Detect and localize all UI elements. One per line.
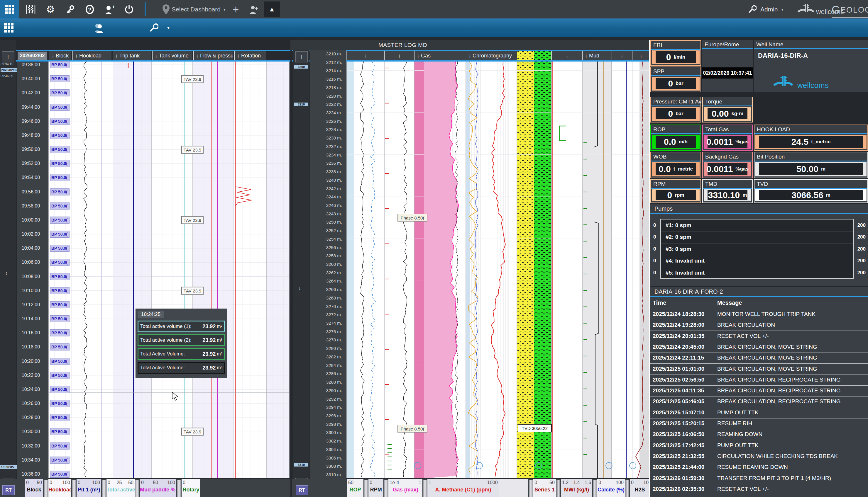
tank-volume-tooltip: 10:24:25 Total active volume (1):23.92m³… <box>136 309 227 378</box>
realtime-button[interactable]: RT <box>296 485 308 495</box>
power-button[interactable] <box>122 0 137 18</box>
settings-button[interactable]: ⚙ <box>43 0 58 18</box>
gauge-unit: m <box>821 166 825 172</box>
legend-item-mwi-kg-l-[interactable]: 1.21.41.6MWI (kg/l) <box>561 479 592 497</box>
add-user-button[interactable] <box>246 0 261 18</box>
track-header-flow-pressure[interactable]: ↓ Flow & pressure <box>193 51 233 60</box>
gauge-value-box: 3066.56m <box>755 189 867 201</box>
col-message[interactable]: Message <box>717 299 742 306</box>
track-header-col7[interactable]: ↓ <box>632 51 650 60</box>
pumps-list: 0#1: 0 spm2000#2: 0 spm2000#3: 0 spm2000… <box>650 219 868 279</box>
depth-chip-3210: 3210 <box>294 102 308 106</box>
track-header-col1[interactable]: ↓ <box>384 51 414 60</box>
help-button[interactable]: ? <box>82 0 97 18</box>
column-resize-handle[interactable] <box>177 480 181 497</box>
gauge-value-box: 24.5t_metric <box>755 135 867 149</box>
message-row: 2025/12/24 19:28:00BREAK CIRCULATION <box>650 320 868 331</box>
depth-label: 3262 m. <box>326 270 342 275</box>
legend-item-calcite-[interactable]: 0100Calcite (%) <box>597 479 625 497</box>
time-log-section: ↑ 09:34:15 2026/02/02 09:36:05 ↕ 10:36:0… <box>0 40 290 497</box>
depth-log-scrollbar[interactable]: ↑ 3200 3210 ↕ 3310 ↓ <box>293 50 309 497</box>
column-resize-handle[interactable] <box>102 480 106 497</box>
log-tracks-button[interactable] <box>23 0 38 18</box>
col-time[interactable]: Time <box>653 299 666 306</box>
column-resize-handle[interactable] <box>384 480 388 497</box>
realtime-button[interactable]: RT <box>2 485 15 495</box>
time-label: 10:20:00 <box>17 359 45 364</box>
column-resize-handle[interactable] <box>364 480 368 497</box>
track-header-trip-tank[interactable]: ↓ Trip tank <box>113 51 151 60</box>
track-header-chromatography[interactable]: ↓ Chromatography <box>466 51 517 60</box>
legend-tick: 1000 <box>487 480 498 487</box>
depth-label: 3266 m. <box>326 287 342 292</box>
legend-item-gas-max-[interactable]: 1e-41Gas (max) <box>388 479 423 497</box>
column-resize-handle[interactable] <box>593 480 597 497</box>
block-badge: BP 50.0( <box>50 273 70 280</box>
messages-list[interactable]: 2025/12/24 18:28:30MONITOR WELL TROUGH T… <box>650 309 868 497</box>
depth-label: 3274 m. <box>326 321 342 326</box>
legend-item-total-active[interactable]: 02550Total active <box>107 479 135 497</box>
users-presence-button[interactable] <box>92 18 107 37</box>
gauge-label: TMD <box>705 181 717 187</box>
access-button[interactable] <box>63 0 78 18</box>
legend-item-hookload[interactable]: 0100Hookload <box>49 479 71 497</box>
track-header-gas[interactable]: ↓ Gas <box>414 51 466 60</box>
block-badge: BP 50.0( <box>50 259 70 266</box>
legend-item-block[interactable]: 050Block <box>25 479 43 497</box>
select-dashboard-menu[interactable]: Select Dashboard ▾ <box>171 0 225 18</box>
track-header-rotation[interactable]: ↓ Rotation <box>234 51 266 60</box>
admin-tools[interactable] <box>744 0 760 18</box>
column-resize-handle[interactable] <box>529 480 533 497</box>
legend-item-rop[interactable]: 50ROP <box>347 479 363 497</box>
block-badge: BP 50.0( <box>50 104 70 111</box>
legend-tick: 50 <box>549 480 555 487</box>
legend-item-a-methane-c1-ppm-[interactable]: 11000A. Methane (C1) (ppm) <box>427 479 499 497</box>
track-header-tank-volume[interactable]: ↓ Tank volume <box>152 51 192 60</box>
scroll-up-button[interactable]: ↑ <box>295 51 308 62</box>
message-time: 2025/12/25 21:32:55 <box>653 453 704 459</box>
track-header-col0[interactable]: ↓ <box>347 51 384 60</box>
column-resize-handle[interactable] <box>423 480 427 497</box>
legend-item-mud-paddle-[interactable]: 050100Mud paddle % (%) <box>140 479 176 497</box>
tooltip-row-label: Total active volume (2): <box>140 337 192 343</box>
legend-item-rotary[interactable]: 0Rotary <box>182 479 201 497</box>
track-header-col6[interactable]: ↓ <box>611 51 632 60</box>
user-info-button[interactable]: i <box>102 0 117 18</box>
gauge-underline <box>703 105 752 106</box>
legend-label: Calcite (%) <box>597 487 625 493</box>
legend-item-pit-1-m-[interactable]: 0100Pit 1 (m³) <box>77 479 101 497</box>
message-row: 2025/12/26INCREASE DILUTION FROM PIT 3 T… <box>650 495 868 497</box>
column-resize-handle[interactable] <box>556 480 560 497</box>
column-resize-handle[interactable] <box>44 480 48 497</box>
column-resize-handle[interactable] <box>72 480 76 497</box>
track-header-hookload[interactable]: ↓ Hookload <box>72 51 111 60</box>
legend-item-h2s[interactable]: 010H2S <box>630 479 650 497</box>
alarm-toggle-button[interactable]: ▲ <box>264 1 280 17</box>
widgets-grid-button[interactable] <box>1 18 16 37</box>
depth-label: 3228 m. <box>326 127 342 132</box>
track-header-mud[interactable]: ↓ Mud <box>582 51 611 60</box>
scroll-drag-icon[interactable]: ↕ <box>299 286 301 291</box>
legend-tick: 100 <box>167 480 175 487</box>
message-text: BREAK CIRCULATION, RECIPROCATE STRING <box>717 398 867 405</box>
admin-menu[interactable]: Admin ▾ <box>760 0 784 18</box>
column-resize-handle[interactable] <box>625 480 629 497</box>
legend-tick: 0 <box>78 480 80 487</box>
track-header-block[interactable]: ↓ Block <box>49 51 71 60</box>
track-header-col4[interactable]: ↓ <box>551 51 582 60</box>
depth-label: 3216 m. <box>326 76 342 82</box>
column-resize-handle[interactable] <box>135 480 139 497</box>
pump-row: 0#3: 0 spm200 <box>650 243 868 255</box>
block-badge: BP 50.0( <box>50 89 70 96</box>
gauge-value: 3066.56 <box>791 190 823 200</box>
time-label: 09:54:00 <box>17 175 45 180</box>
tools-button[interactable] <box>146 18 161 37</box>
time-label: 09:50:00 <box>17 147 45 152</box>
add-button[interactable]: + <box>228 0 244 18</box>
message-time: 2025/12/24 18:28:30 <box>653 311 704 317</box>
legend-item-series-1[interactable]: 050Series 1 <box>533 479 556 497</box>
legend-item-rpm[interactable]: 0RPM <box>369 479 383 497</box>
tools-dropdown[interactable]: ▾ <box>161 18 176 37</box>
apps-grid-button[interactable] <box>0 0 19 18</box>
legend-ticks: 1e-41 <box>388 480 423 487</box>
